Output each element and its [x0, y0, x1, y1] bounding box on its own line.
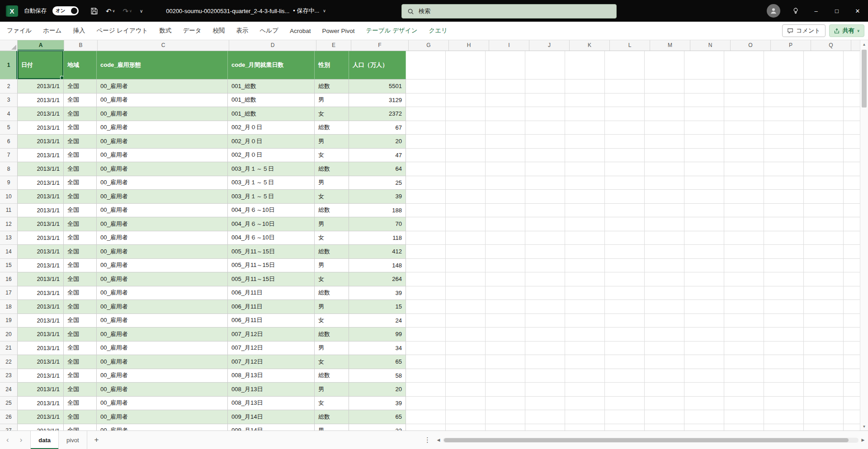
cell-G26[interactable]	[406, 410, 446, 424]
cell-partial3[interactable]	[844, 94, 860, 108]
cell-H18[interactable]	[446, 300, 486, 314]
cell-O19[interactable]	[724, 314, 764, 328]
cell-F15[interactable]: 148	[349, 259, 406, 273]
cell-D7[interactable]: 002_月０日	[228, 149, 315, 163]
cell-D2[interactable]: 001_総数	[228, 80, 315, 94]
cell-H21[interactable]	[446, 341, 486, 355]
cell-F10[interactable]: 39	[349, 190, 406, 204]
scroll-down-icon[interactable]: ▼	[860, 423, 868, 430]
row-header-25[interactable]: 25	[0, 397, 18, 411]
cell-K12[interactable]	[565, 217, 605, 231]
cell-partial10[interactable]	[844, 190, 860, 204]
cell-K14[interactable]	[565, 245, 605, 259]
cell-M16[interactable]	[645, 272, 684, 286]
cell-L7[interactable]	[605, 149, 645, 163]
row-header-3[interactable]: 3	[0, 94, 18, 108]
cell-Q25[interactable]	[804, 397, 844, 411]
cell-A4[interactable]: 2013/1/1	[18, 107, 64, 121]
customize-qat-button[interactable]: ∨	[137, 7, 145, 15]
row-header-15[interactable]: 15	[0, 259, 18, 273]
cell-M17[interactable]	[645, 286, 684, 300]
column-header-I[interactable]: I	[489, 40, 529, 51]
cell-J19[interactable]	[525, 314, 565, 328]
cell-M15[interactable]	[645, 259, 684, 273]
column-header-L[interactable]: L	[610, 40, 650, 51]
cell-D26[interactable]: 009_月14日	[228, 410, 315, 424]
cell-C25[interactable]: 00_雇用者	[97, 397, 228, 411]
cell-H20[interactable]	[446, 327, 486, 341]
cell-O3[interactable]	[724, 94, 764, 108]
cell-B24[interactable]: 全国	[64, 383, 97, 397]
cell-B16[interactable]: 全国	[64, 272, 97, 286]
ribbon-tab-挿入[interactable]: 挿入	[73, 27, 85, 35]
cell-O8[interactable]	[724, 162, 764, 176]
cell-C26[interactable]: 00_雇用者	[97, 410, 228, 424]
cell-K25[interactable]	[565, 397, 605, 411]
cell-O27[interactable]	[724, 424, 764, 431]
cell-partial5[interactable]	[844, 121, 860, 135]
cell-P18[interactable]	[764, 300, 804, 314]
cell-N5[interactable]	[684, 121, 724, 135]
cell-G17[interactable]	[406, 286, 446, 300]
scroll-left-icon[interactable]: ◀	[435, 438, 442, 442]
cell-N11[interactable]	[684, 204, 724, 218]
cell-I24[interactable]	[486, 383, 525, 397]
cell-Q9[interactable]	[804, 176, 844, 190]
cell-J7[interactable]	[525, 149, 565, 163]
cell-G4[interactable]	[406, 107, 446, 121]
cell-I2[interactable]	[486, 80, 525, 94]
cell-L2[interactable]	[605, 80, 645, 94]
cell-G23[interactable]	[406, 369, 446, 383]
cell-O26[interactable]	[724, 410, 764, 424]
cell-K27[interactable]	[565, 424, 605, 431]
cell-F9[interactable]: 25	[349, 176, 406, 190]
cell-Q5[interactable]	[804, 121, 844, 135]
cell-F5[interactable]: 67	[349, 121, 406, 135]
cell-K10[interactable]	[565, 190, 605, 204]
cell-B26[interactable]: 全国	[64, 410, 97, 424]
cell-N25[interactable]	[684, 397, 724, 411]
cell-A17[interactable]: 2013/1/1	[18, 286, 64, 300]
add-sheet-button[interactable]: +	[87, 431, 106, 449]
cell-D25[interactable]: 008_月13日	[228, 397, 315, 411]
cell-M1[interactable]	[645, 51, 684, 80]
cell-O13[interactable]	[724, 231, 764, 245]
minimize-button[interactable]: –	[806, 0, 826, 22]
cell-partial9[interactable]	[844, 176, 860, 190]
cell-partial23[interactable]	[844, 369, 860, 383]
cell-N1[interactable]	[684, 51, 724, 80]
row-header-27[interactable]: 27	[0, 424, 18, 431]
cell-partial19[interactable]	[844, 314, 860, 328]
cell-J1[interactable]	[525, 51, 565, 80]
cell-A22[interactable]: 2013/1/1	[18, 355, 64, 369]
cell-L9[interactable]	[605, 176, 645, 190]
sheet-more-button[interactable]: ⋮	[424, 431, 431, 449]
cell-B12[interactable]: 全国	[64, 217, 97, 231]
cell-B3[interactable]: 全国	[64, 94, 97, 108]
cell-L19[interactable]	[605, 314, 645, 328]
cell-G19[interactable]	[406, 314, 446, 328]
cell-E15[interactable]: 男	[315, 259, 349, 273]
ribbon-tab-Acrobat[interactable]: Acrobat	[290, 28, 311, 34]
cell-G8[interactable]	[406, 162, 446, 176]
cell-L20[interactable]	[605, 327, 645, 341]
row-header-7[interactable]: 7	[0, 149, 18, 163]
cell-E17[interactable]: 総数	[315, 286, 349, 300]
cell-G18[interactable]	[406, 300, 446, 314]
column-header-B[interactable]: B	[64, 40, 98, 51]
comments-button[interactable]: コメント	[782, 24, 825, 37]
cell-Q22[interactable]	[804, 355, 844, 369]
ribbon-tab-ホーム[interactable]: ホーム	[43, 27, 61, 35]
row-header-19[interactable]: 19	[0, 314, 18, 328]
cell-P11[interactable]	[764, 204, 804, 218]
cell-F22[interactable]: 65	[349, 355, 406, 369]
cell-D11[interactable]: 004_月６～10日	[228, 204, 315, 218]
cell-C1[interactable]: code_雇用形態	[97, 51, 228, 80]
cell-O20[interactable]	[724, 327, 764, 341]
cell-K13[interactable]	[565, 231, 605, 245]
cell-P15[interactable]	[764, 259, 804, 273]
row-header-5[interactable]: 5	[0, 121, 18, 135]
cell-J6[interactable]	[525, 135, 565, 149]
cell-F13[interactable]: 118	[349, 231, 406, 245]
cell-B25[interactable]: 全国	[64, 397, 97, 411]
